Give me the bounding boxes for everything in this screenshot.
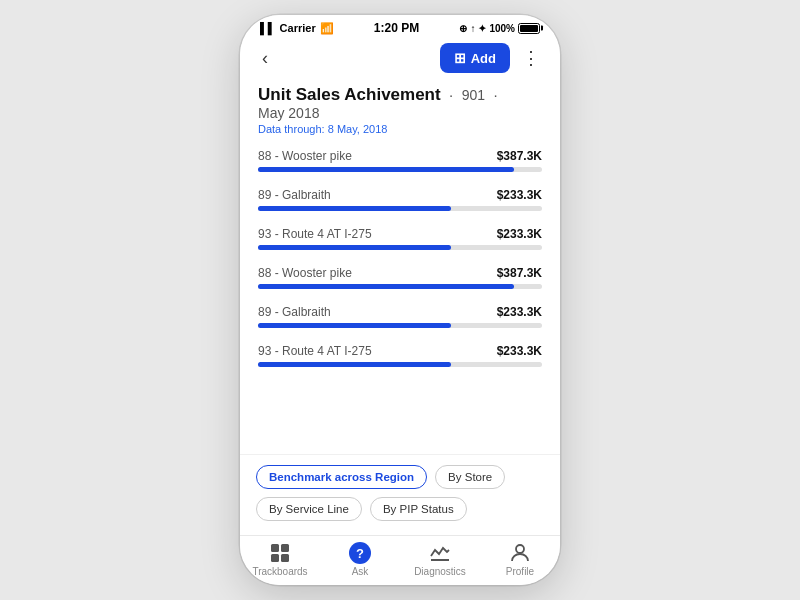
trackboards-icon xyxy=(269,542,291,564)
toolbar-actions: ⊞ Add ⋮ xyxy=(440,43,544,73)
carrier-label: Carrier xyxy=(280,22,316,34)
signal-icon: ▌▌ xyxy=(260,22,276,34)
bar-fill xyxy=(258,284,514,289)
bar-track xyxy=(258,362,542,367)
status-right: ⊕ ↑ ✦ 100% xyxy=(459,23,540,34)
page-header: Unit Sales Achivement · 901 · May 2018 D… xyxy=(240,81,560,141)
nav-item-profile[interactable]: Profile xyxy=(480,542,560,577)
svg-rect-1 xyxy=(281,544,289,552)
bar-item: 88 - Wooster pike $387.3K xyxy=(258,149,542,172)
nav-item-diagnostics[interactable]: Diagnostics xyxy=(400,542,480,577)
bar-track xyxy=(258,323,542,328)
bar-label-row: 93 - Route 4 AT I-275 $233.3K xyxy=(258,227,542,241)
filter-row: Benchmark across RegionBy Store xyxy=(256,465,544,489)
bar-item: 88 - Wooster pike $387.3K xyxy=(258,266,542,289)
status-left: ▌▌ Carrier 📶 xyxy=(260,22,334,35)
title-date: May 2018 xyxy=(258,105,542,121)
bar-fill xyxy=(258,323,451,328)
filter-chip[interactable]: By Service Line xyxy=(256,497,362,521)
bar-label: 93 - Route 4 AT I-275 xyxy=(258,227,372,241)
time-display: 1:20 PM xyxy=(374,21,419,35)
nav-icon-1: ? xyxy=(349,542,371,564)
nav-icon-3 xyxy=(509,542,531,564)
bluetooth-icon: ✦ xyxy=(478,23,486,34)
bar-value: $233.3K xyxy=(497,344,542,358)
bar-label-row: 89 - Galbraith $233.3K xyxy=(258,305,542,319)
bar-label: 88 - Wooster pike xyxy=(258,149,352,163)
page-title-main: Unit Sales Achivement xyxy=(258,85,441,104)
bar-value: $233.3K xyxy=(497,305,542,319)
nav-icon-2 xyxy=(429,542,451,564)
bar-track xyxy=(258,245,542,250)
svg-rect-2 xyxy=(271,554,279,562)
svg-point-5 xyxy=(516,545,524,553)
filter-add-icon: ⊞ xyxy=(454,50,466,66)
bar-item: 89 - Galbraith $233.3K xyxy=(258,188,542,211)
bar-value: $233.3K xyxy=(497,188,542,202)
page-title-row: Unit Sales Achivement · 901 · xyxy=(258,85,542,105)
status-bar: ▌▌ Carrier 📶 1:20 PM ⊕ ↑ ✦ 100% xyxy=(240,15,560,39)
ask-icon: ? xyxy=(349,542,371,564)
filter-chip[interactable]: By Store xyxy=(435,465,505,489)
bar-label: 88 - Wooster pike xyxy=(258,266,352,280)
bar-item: 93 - Route 4 AT I-275 $233.3K xyxy=(258,344,542,367)
bar-track xyxy=(258,206,542,211)
title-dot-2: · xyxy=(494,86,498,103)
bar-track xyxy=(258,284,542,289)
svg-rect-0 xyxy=(271,544,279,552)
bar-item: 89 - Galbraith $233.3K xyxy=(258,305,542,328)
bar-fill xyxy=(258,245,451,250)
bar-label-row: 93 - Route 4 AT I-275 $233.3K xyxy=(258,344,542,358)
bar-label-row: 88 - Wooster pike $387.3K xyxy=(258,266,542,280)
nav-item-ask[interactable]: ? Ask xyxy=(320,542,400,577)
bar-list: 88 - Wooster pike $387.3K 89 - Galbraith… xyxy=(240,141,560,454)
bottom-filters: Benchmark across RegionBy StoreBy Servic… xyxy=(240,454,560,535)
bar-fill xyxy=(258,206,451,211)
title-number: 901 xyxy=(462,87,485,103)
bar-track xyxy=(258,167,542,172)
add-button[interactable]: ⊞ Add xyxy=(440,43,510,73)
bar-fill xyxy=(258,167,514,172)
bar-label-row: 89 - Galbraith $233.3K xyxy=(258,188,542,202)
location-icon: ⊕ xyxy=(459,23,467,34)
bar-item: 93 - Route 4 AT I-275 $233.3K xyxy=(258,227,542,250)
bar-label-row: 88 - Wooster pike $387.3K xyxy=(258,149,542,163)
diagnostics-icon xyxy=(429,542,451,564)
nav-label: Trackboards xyxy=(252,566,307,577)
toolbar: ‹ ⊞ Add ⋮ xyxy=(240,39,560,81)
bar-value: $387.3K xyxy=(497,266,542,280)
title-dot-1: · xyxy=(449,86,453,103)
bar-label: 89 - Galbraith xyxy=(258,188,331,202)
nav-label: Ask xyxy=(352,566,369,577)
bar-fill xyxy=(258,362,451,367)
nav-item-trackboards[interactable]: Trackboards xyxy=(240,542,320,577)
bar-value: $233.3K xyxy=(497,227,542,241)
filter-chip[interactable]: By PIP Status xyxy=(370,497,467,521)
more-button[interactable]: ⋮ xyxy=(518,45,544,71)
bar-value: $387.3K xyxy=(497,149,542,163)
back-button[interactable]: ‹ xyxy=(256,46,274,71)
alarm-icon: ↑ xyxy=(470,23,475,34)
nav-label: Profile xyxy=(506,566,534,577)
add-label: Add xyxy=(471,51,496,66)
filter-row: By Service LineBy PIP Status xyxy=(256,497,544,521)
nav-label: Diagnostics xyxy=(414,566,466,577)
svg-rect-3 xyxy=(281,554,289,562)
bar-label: 93 - Route 4 AT I-275 xyxy=(258,344,372,358)
profile-icon xyxy=(509,542,531,564)
wifi-icon: 📶 xyxy=(320,22,334,35)
battery-icon xyxy=(518,23,540,34)
battery-label: 100% xyxy=(489,23,515,34)
data-through: Data through: 8 May, 2018 xyxy=(258,123,542,135)
bar-label: 89 - Galbraith xyxy=(258,305,331,319)
phone-frame: ▌▌ Carrier 📶 1:20 PM ⊕ ↑ ✦ 100% ‹ ⊞ Add … xyxy=(240,15,560,585)
filter-chip[interactable]: Benchmark across Region xyxy=(256,465,427,489)
bottom-nav: Trackboards ? Ask Diagnostics Profile xyxy=(240,535,560,585)
nav-icon-0 xyxy=(269,542,291,564)
